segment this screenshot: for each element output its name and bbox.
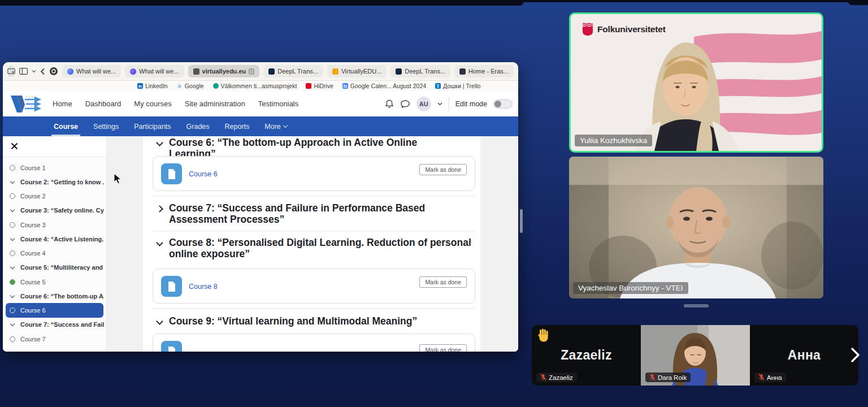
site-icon — [193, 68, 199, 75]
sidebar-section-course-4[interactable]: Course 4: “Active Listening. ... — [10, 233, 104, 245]
participant-display-name: Zazaeliz — [561, 348, 612, 363]
bookmark-trello[interactable]: ▯Дошки | Trello — [435, 83, 480, 89]
sidebar-section-course-7[interactable]: Course 7: “Success and Fail... — [10, 319, 104, 330]
section-heading-course-7: Course 7: “Success and Failure in Perfor… — [157, 202, 454, 225]
browser-tab[interactable]: What will we... — [62, 65, 121, 77]
sidebar-toggle-button[interactable] — [19, 67, 28, 76]
participant-name-tag: Анна — [754, 373, 786, 382]
browser-tab[interactable]: Home - Eras... — [454, 65, 514, 77]
sidebar-item-course-5[interactable]: Course 5 — [10, 276, 104, 288]
virtuallyedu-logo — [10, 94, 42, 114]
linkedin-icon: in — [137, 83, 143, 89]
browser-window: What will we... What will we... virtuall… — [3, 62, 518, 352]
edit-mode-toggle[interactable] — [493, 99, 513, 109]
tab-favicon — [268, 68, 275, 75]
chevron-down-icon — [10, 179, 15, 184]
bookmark-linkedin[interactable]: inLinkedIn — [137, 83, 168, 89]
sidebar-section-course-5[interactable]: Course 5: “Multiliteracy and ... — [10, 262, 104, 273]
sidebar-item-course-7[interactable]: Course 7 — [10, 334, 104, 345]
activity-link[interactable]: Course 8 — [189, 283, 218, 291]
status-circle-icon — [10, 222, 15, 228]
bookmark-google[interactable]: GGoogle — [177, 83, 204, 89]
tab-participants[interactable]: Participants — [134, 123, 171, 131]
status-circle-icon — [10, 308, 15, 313]
video-tile-anna: Анна Анна — [750, 325, 858, 386]
next-participants-button[interactable] — [850, 347, 860, 363]
notifications-bell-icon[interactable] — [385, 99, 394, 109]
nav-testimonials[interactable]: Testimonials — [258, 99, 299, 108]
mouse-cursor — [114, 173, 122, 185]
mark-as-done-button[interactable]: Mark as done — [419, 164, 467, 175]
collapse-icon[interactable] — [156, 139, 163, 146]
file-icon — [161, 163, 182, 184]
participant-name-tag: Zazaeliz — [536, 373, 577, 382]
tab-reports[interactable]: Reports — [225, 123, 250, 131]
section-heading-course-8: Course 8: “Personalised Digital Learning… — [157, 237, 471, 259]
bookmark-valkommen[interactable]: Välkommen ti...asmusprojekt — [213, 83, 297, 89]
section-heading-course-9: Course 9: “Virtual learning and Multimod… — [157, 315, 463, 327]
window-icon — [7, 68, 15, 74]
extension-icon[interactable] — [49, 67, 58, 76]
sidebar-section-course-2[interactable]: Course 2: “Getting to know ... — [10, 176, 104, 188]
bookmarks-bar: inLinkedIn GGoogle Välkommen ti...asmusp… — [3, 81, 518, 91]
video-tile-yuliia: Folkuniversitetet Yuliia Kozhukhivska — [569, 12, 823, 153]
browser-tab[interactable]: What will we... — [125, 65, 184, 77]
tab-grades[interactable]: Grades — [186, 123, 210, 131]
course-sections: Course 6: “The bottom-up Approach in Act… — [143, 136, 480, 352]
participant-name-tag: Yuliia Kozhukhivska — [575, 135, 652, 146]
participants-filmstrip: Zazaeliz Zazaeliz — [532, 325, 858, 386]
hidrive-icon — [306, 83, 311, 89]
tab-favicon — [130, 68, 136, 75]
tab-favicon — [332, 68, 338, 75]
browser-tab[interactable]: DeepL Trans... — [390, 65, 450, 77]
bookmark-hidrive[interactable]: HiDrive — [306, 83, 333, 89]
sidebar-item-course-2[interactable]: Course 2 — [10, 190, 104, 202]
participant-name-tag: Vyacheslav Burorichnyy - VTEI — [573, 282, 688, 294]
sidebar-section-course-6[interactable]: Course 6: “The bottom-up A... — [10, 291, 104, 302]
messages-icon[interactable] — [400, 99, 410, 109]
sidebar-chevron-icon[interactable] — [32, 67, 36, 76]
mark-as-done-button[interactable]: Mark as done — [419, 344, 467, 352]
address-bar[interactable]: virtuallyedu.eu — [188, 65, 260, 77]
tab-course[interactable]: Course — [54, 123, 78, 131]
sidebar-item-course-6-selected[interactable]: Course 6 — [6, 303, 103, 318]
status-circle-done-icon — [10, 279, 15, 285]
sidebar-item-course-3[interactable]: Course 3 — [10, 219, 104, 231]
sidebar-section-course-3[interactable]: Course 3: “Safety online. Cy... — [10, 205, 104, 216]
nav-dashboard[interactable]: Dashboard — [85, 99, 121, 108]
background-window-bar — [0, 0, 524, 6]
collapse-icon[interactable] — [156, 239, 163, 246]
tab-more[interactable]: More — [264, 123, 287, 131]
close-sidebar-icon[interactable] — [11, 142, 18, 150]
tab-settings[interactable]: Settings — [93, 123, 119, 131]
nav-my-courses[interactable]: My courses — [134, 99, 171, 108]
scrollbar-thumb[interactable] — [520, 209, 523, 233]
sidebar-item-course-4[interactable]: Course 4 — [10, 248, 104, 259]
browser-tab[interactable]: DeepL Trans... — [263, 65, 323, 77]
activity-card-course-9: Mark as done — [153, 334, 475, 352]
sidebar-item-course-1[interactable]: Course 1 — [10, 162, 104, 174]
muted-mic-icon — [758, 374, 765, 381]
google-icon: G — [177, 83, 183, 89]
chevron-down-icon — [10, 207, 15, 212]
expand-icon[interactable] — [156, 205, 163, 213]
activity-link[interactable]: Course 6 — [189, 170, 218, 178]
nav-site-administration[interactable]: Site administration — [185, 99, 245, 108]
mark-as-done-button[interactable]: Mark as done — [419, 276, 467, 288]
bookmark-google-calendar[interactable]: 31Google Calen... August 2024 — [342, 83, 426, 89]
calendar-icon: 31 — [342, 83, 348, 89]
course-navigation: Course Settings Participants Grades Repo… — [3, 116, 518, 136]
muted-mic-icon — [540, 374, 546, 381]
back-button[interactable] — [40, 67, 45, 76]
user-menu-chevron-icon[interactable] — [437, 102, 442, 106]
nav-home[interactable]: Home — [53, 99, 72, 108]
tab-overview-button[interactable] — [7, 66, 15, 77]
video-tile-zazaeliz: Zazaeliz Zazaeliz — [532, 325, 641, 386]
collapse-icon[interactable] — [156, 318, 163, 325]
browser-tab[interactable]: VirtuallyEDU... — [327, 65, 387, 77]
user-avatar[interactable]: AU — [416, 97, 431, 111]
chevron-down-icon — [283, 123, 288, 128]
panel-resize-handle[interactable] — [684, 304, 709, 308]
status-circle-icon — [10, 193, 15, 199]
tab-favicon — [396, 68, 402, 75]
